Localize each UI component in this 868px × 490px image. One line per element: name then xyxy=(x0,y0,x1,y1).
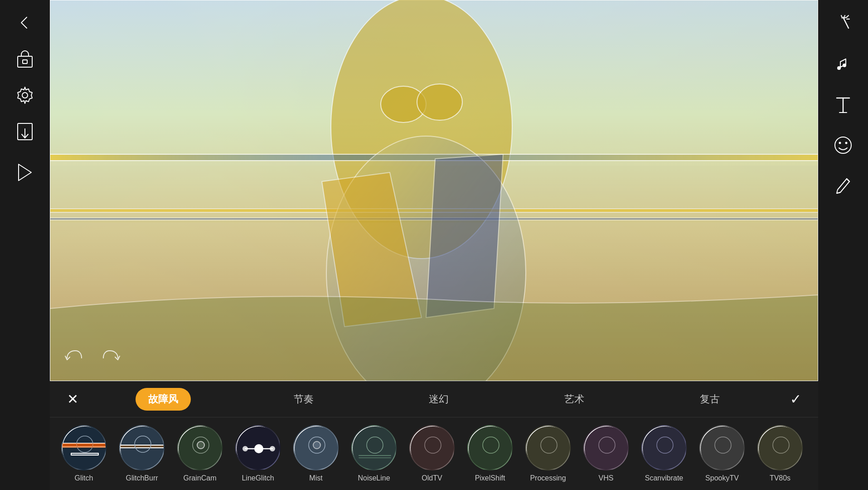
effect-label-glitch: Glitch xyxy=(75,474,93,482)
svg-rect-49 xyxy=(758,426,803,470)
effect-label-scanvibrate: Scanvibrate xyxy=(645,474,684,482)
effect-thumb-processing xyxy=(525,425,571,470)
close-button[interactable]: ✕ xyxy=(59,386,86,413)
effect-thumb-pixelshift xyxy=(467,425,513,470)
effect-glitchburr[interactable]: GlitchBurr xyxy=(117,425,167,482)
save-button[interactable] xyxy=(11,118,39,145)
effect-label-mist: Mist xyxy=(309,474,322,482)
svg-rect-45 xyxy=(642,426,687,470)
tab-art[interactable]: 艺术 xyxy=(552,388,597,411)
svg-rect-37 xyxy=(410,426,455,470)
text-button[interactable] xyxy=(829,91,857,118)
effect-label-pixelshift: PixelShift xyxy=(475,474,505,482)
undo-redo-controls xyxy=(63,348,121,372)
svg-line-60 xyxy=(840,59,846,62)
effect-thumb-scanvibrate xyxy=(641,425,687,470)
effect-thumb-graincam xyxy=(177,425,223,470)
svg-line-55 xyxy=(847,15,849,17)
effect-spookytv[interactable]: SpookyTV xyxy=(697,425,747,482)
magic-wand-button[interactable] xyxy=(829,9,857,36)
canvas-area xyxy=(50,0,818,381)
settings-button[interactable] xyxy=(11,82,39,109)
confirm-button[interactable]: ✓ xyxy=(782,386,809,413)
svg-marker-6 xyxy=(19,164,31,181)
canvas-image xyxy=(50,0,818,381)
tab-glitch[interactable]: 故障风 xyxy=(136,388,191,411)
svg-rect-16 xyxy=(62,443,107,447)
effect-thumb-glitchburr xyxy=(119,425,165,470)
effect-lineglitch[interactable]: LineGlitch xyxy=(233,425,283,482)
store-button[interactable] xyxy=(11,45,39,73)
undo-button[interactable] xyxy=(63,348,83,372)
effect-glitch[interactable]: Glitch xyxy=(59,425,109,482)
tabs-container: 故障风 节奏 迷幻 艺术 复古 xyxy=(86,388,782,411)
effect-label-oldtv: OldTV xyxy=(422,474,442,482)
svg-rect-33 xyxy=(352,426,397,470)
effect-label-spookytv: SpookyTV xyxy=(705,474,739,482)
effect-scanvibrate[interactable]: Scanvibrate xyxy=(639,425,689,482)
effect-thumb-lineglitch xyxy=(235,425,281,470)
svg-point-24 xyxy=(197,441,204,449)
left-sidebar xyxy=(0,0,50,490)
right-sidebar xyxy=(818,0,868,490)
svg-point-62 xyxy=(843,64,846,67)
effect-label-graincam: GrainCam xyxy=(184,474,217,482)
effect-thumb-tv80s xyxy=(757,425,803,470)
back-button[interactable] xyxy=(11,9,39,36)
svg-line-69 xyxy=(847,179,849,181)
play-button[interactable] xyxy=(11,159,39,186)
music-button[interactable] xyxy=(829,50,857,77)
effect-oldtv[interactable]: OldTV xyxy=(407,425,457,482)
effects-row: Glitch GlitchBurr xyxy=(50,417,818,490)
effect-label-noiseline: NoiseLine xyxy=(358,474,390,482)
svg-line-52 xyxy=(841,15,842,18)
svg-point-27 xyxy=(255,445,263,453)
category-tabs: ✕ 故障风 节奏 迷幻 艺术 复古 ✓ xyxy=(50,381,818,417)
main-content: ✕ 故障风 节奏 迷幻 艺术 复古 ✓ xyxy=(50,0,818,490)
svg-point-61 xyxy=(837,66,841,70)
effect-noiseline[interactable]: NoiseLine xyxy=(349,425,399,482)
tab-vintage[interactable]: 复古 xyxy=(687,388,732,411)
effect-vhs[interactable]: VHS xyxy=(581,425,631,482)
svg-rect-15 xyxy=(62,426,107,470)
svg-point-28 xyxy=(243,446,247,451)
effect-thumb-vhs xyxy=(583,425,629,470)
svg-rect-47 xyxy=(700,426,745,470)
effect-label-vhs: VHS xyxy=(599,474,614,482)
bottom-panel: ✕ 故障风 节奏 迷幻 艺术 复古 ✓ xyxy=(50,381,818,490)
redo-button[interactable] xyxy=(102,348,121,372)
svg-rect-39 xyxy=(468,426,513,470)
tab-dream[interactable]: 迷幻 xyxy=(416,388,461,411)
effect-processing[interactable]: Processing xyxy=(523,425,573,482)
effect-label-glitchburr: GlitchBurr xyxy=(126,474,158,482)
svg-rect-1 xyxy=(23,60,27,64)
effect-thumb-spookytv xyxy=(699,425,745,470)
emoji-button[interactable] xyxy=(829,132,857,159)
svg-point-32 xyxy=(313,441,320,449)
svg-point-67 xyxy=(839,142,841,144)
svg-rect-20 xyxy=(120,445,165,448)
effect-label-tv80s: TV80s xyxy=(770,474,790,482)
effect-mist[interactable]: Mist xyxy=(291,425,341,482)
effect-thumb-oldtv xyxy=(409,425,455,470)
effect-thumb-mist xyxy=(293,425,339,470)
svg-rect-0 xyxy=(18,56,32,67)
svg-rect-18 xyxy=(71,453,98,455)
svg-point-14 xyxy=(417,84,462,120)
svg-point-2 xyxy=(22,93,28,98)
effect-label-processing: Processing xyxy=(530,474,566,482)
effect-pixelshift[interactable]: PixelShift xyxy=(465,425,515,482)
effect-tv80s[interactable]: TV80s xyxy=(755,425,805,482)
tab-rhythm[interactable]: 节奏 xyxy=(281,388,326,411)
effect-label-lineglitch: LineGlitch xyxy=(242,474,274,482)
svg-point-29 xyxy=(270,446,275,451)
svg-point-66 xyxy=(835,137,851,153)
svg-point-68 xyxy=(845,142,848,144)
draw-button[interactable] xyxy=(829,172,857,200)
effect-graincam[interactable]: GrainCam xyxy=(175,425,225,482)
svg-rect-43 xyxy=(584,426,629,470)
effect-thumb-noiseline xyxy=(351,425,397,470)
svg-rect-41 xyxy=(526,426,571,470)
effect-thumb-glitch xyxy=(61,425,107,470)
